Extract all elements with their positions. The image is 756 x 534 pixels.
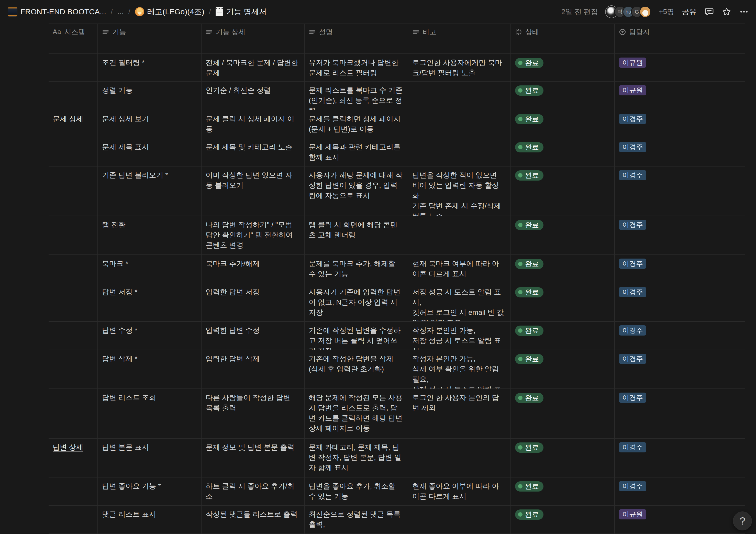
cell-assignee[interactable]: 이경주 (615, 255, 720, 283)
cell-description[interactable]: 기존에 작성한 답변을 삭제 (삭제 후 입력란 초기화) (305, 350, 408, 388)
cell-assignee[interactable]: 이경주 (615, 110, 720, 138)
cell-feature[interactable]: 답변 삭제 * (98, 350, 202, 388)
cell-feature-detail[interactable]: 문제 클릭 시 상세 페이지 이동 (202, 110, 305, 138)
cell-empty[interactable] (720, 350, 745, 388)
column-header-system[interactable]: Aa 시스템 (49, 24, 98, 40)
more-icon[interactable] (739, 7, 749, 16)
cell-assignee[interactable]: 이경주 (615, 167, 720, 216)
cell-description[interactable]: 문제를 클릭하면 상세 페이지(문제 + 답변)로 이동 (305, 110, 408, 138)
cell-description[interactable]: 사용자가 기존에 입력한 답변이 없고, N글자 이상 입력 시 저장 (305, 283, 408, 321)
cell-feature[interactable] (98, 40, 202, 53)
cell-note[interactable]: 작성자 본인만 가능, 저장 성공 시 토스트 알림 표시 (408, 322, 511, 350)
cell-feature-detail[interactable]: 나의 답변 작성하기" / "모범 답안 확인하기" 탭 전환하여 콘텐츠 변경 (202, 216, 305, 254)
cell-description[interactable]: 문제 리스트를 북마크 수 기준(인기순), 최신 등록 순으로 정렬 (305, 82, 408, 110)
cell-system[interactable] (49, 350, 98, 388)
breadcrumb-team-page[interactable]: 레고(LEGo)(4조) (133, 6, 206, 18)
cell-empty[interactable] (720, 82, 745, 110)
cell-empty[interactable] (720, 255, 745, 283)
cell-empty[interactable] (720, 477, 745, 505)
cell-status[interactable]: 완료 (511, 283, 615, 321)
cell-description[interactable]: 기존에 작성된 답변을 수정하고 저장 버튼 클릭 시 덮어쓰기 저장 (305, 322, 408, 350)
cell-description[interactable]: 최신순으로 정렬된 댓글 목록 출력, (305, 506, 408, 533)
cell-empty[interactable] (720, 110, 745, 138)
cell-status[interactable]: 완료 (511, 138, 615, 166)
cell-description[interactable]: 탭 클릭 시 화면에 해당 콘텐츠 교체 렌더링 (305, 216, 408, 254)
cell-feature-detail[interactable]: 문제 정보 및 답변 본문 출력 (202, 439, 305, 477)
column-header-feature-detail[interactable]: 기능 상세 (202, 24, 305, 40)
cell-feature-detail[interactable]: 입력한 답변 수정 (202, 322, 305, 350)
cell-assignee[interactable]: 이규원 (615, 506, 720, 533)
cell-status[interactable]: 완료 (511, 477, 615, 505)
cell-empty[interactable] (720, 389, 745, 438)
cell-status[interactable]: 완료 (511, 216, 615, 254)
cell-system[interactable] (49, 389, 98, 438)
cell-note[interactable] (408, 216, 511, 254)
cell-empty[interactable] (720, 167, 745, 216)
cell-status[interactable]: 완료 (511, 82, 615, 110)
share-button[interactable]: 공유 (682, 7, 697, 17)
cell-status[interactable]: 완료 (511, 110, 615, 138)
cell-assignee[interactable]: 이경주 (615, 439, 720, 477)
cell-description[interactable]: 문제를 북마크 추가, 해제할 수 있는 기능 (305, 255, 408, 283)
cell-system[interactable] (49, 255, 98, 283)
cell-empty[interactable] (720, 439, 745, 477)
cell-note[interactable]: 작성자 본인만 가능, 삭제 여부 확인을 위한 알림 필요, 삭제 성공 시 … (408, 350, 511, 388)
breadcrumb-workspace[interactable]: FRONT-END BOOTCA... (6, 6, 108, 18)
cell-system[interactable] (49, 54, 98, 81)
star-icon[interactable] (722, 7, 731, 16)
cell-assignee[interactable]: 이경주 (615, 389, 720, 438)
cell-system[interactable] (49, 283, 98, 321)
cell-feature[interactable]: 문제 상세 보기 (98, 110, 202, 138)
cell-status[interactable] (511, 40, 615, 53)
column-header-description[interactable]: 설명 (305, 24, 408, 40)
cell-empty[interactable] (720, 138, 745, 166)
cell-note[interactable]: 저장 성공 시 토스트 알림 표시, 깃허브 로그인 시 email 빈 값일 … (408, 283, 511, 321)
cell-feature-detail[interactable]: 전체 / 북마크한 문제 / 답변한 문제 (202, 54, 305, 81)
cell-description[interactable]: 문제 제목과 관련 카테고리를 함께 표시 (305, 138, 408, 166)
cell-system[interactable] (49, 82, 98, 110)
cell-assignee[interactable]: 이경주 (615, 216, 720, 254)
cell-system[interactable] (49, 506, 98, 533)
column-header-empty[interactable] (720, 24, 745, 40)
cell-status[interactable]: 완료 (511, 322, 615, 350)
cell-assignee[interactable]: 이경주 (615, 283, 720, 321)
avatar-stack[interactable]: 박 ha G (606, 6, 651, 18)
cell-feature-detail[interactable]: 다른 사람들이 작성한 답변 목록 출력 (202, 389, 305, 438)
column-header-note[interactable]: 비고 (408, 24, 511, 40)
cell-feature-detail[interactable]: 작성된 댓글들 리스트로 출력 (202, 506, 305, 533)
cell-description[interactable]: 사용자가 해당 문제에 대해 작성한 답변이 있을 경우, 입력란에 자동으로 … (305, 167, 408, 216)
cell-feature[interactable]: 답변 본문 표시 (98, 439, 202, 477)
column-header-status[interactable]: 상태 (511, 24, 615, 40)
cell-system[interactable] (49, 138, 98, 166)
cell-system[interactable] (49, 216, 98, 254)
cell-status[interactable]: 완료 (511, 167, 615, 216)
cell-status[interactable]: 완료 (511, 54, 615, 81)
cell-assignee[interactable]: 이경주 (615, 322, 720, 350)
cell-feature-detail[interactable] (202, 40, 305, 53)
cell-feature[interactable]: 조건 필터링 * (98, 54, 202, 81)
cell-feature[interactable]: 답변 수정 * (98, 322, 202, 350)
cell-feature-detail[interactable]: 하트 클릭 시 좋아요 추가/취소 (202, 477, 305, 505)
cell-description[interactable]: 문제 카테고리, 문제 제목, 답변 작성자, 답변 본문, 답변 일자 함께 … (305, 439, 408, 477)
cell-note[interactable]: 로그인한 사용자에게만 북마크/답변 필터링 노출 (408, 54, 511, 81)
cell-status[interactable]: 완료 (511, 506, 615, 533)
cell-assignee[interactable]: 이경주 (615, 477, 720, 505)
cell-feature[interactable]: 북마크 * (98, 255, 202, 283)
cell-description[interactable]: 답변을 좋아요 추가, 취소할 수 있는 기능 (305, 477, 408, 505)
cell-note[interactable] (408, 40, 511, 53)
breadcrumb-collapsed[interactable]: ... (116, 6, 125, 17)
cell-description[interactable]: 유저가 북마크했거나 답변한 문제로 리스트 필터링 (305, 54, 408, 81)
cell-empty[interactable] (720, 54, 745, 81)
breadcrumb-current-page[interactable]: 기능 명세서 (214, 6, 268, 18)
cell-assignee[interactable]: 이규원 (615, 82, 720, 110)
cell-system[interactable] (49, 322, 98, 350)
comment-icon[interactable] (704, 7, 714, 16)
cell-note[interactable] (408, 110, 511, 138)
cell-note[interactable] (408, 439, 511, 477)
cell-empty[interactable] (720, 40, 745, 53)
cell-description[interactable] (305, 40, 408, 53)
cell-feature-detail[interactable]: 입력한 답변 삭제 (202, 350, 305, 388)
cell-feature[interactable]: 답변 저장 * (98, 283, 202, 321)
cell-description[interactable]: 해당 문제에 작성된 모든 사용자 답변을 리스트로 출력, 답변 카드를 클릭… (305, 389, 408, 438)
cell-feature[interactable]: 기존 답변 불러오기 * (98, 167, 202, 216)
